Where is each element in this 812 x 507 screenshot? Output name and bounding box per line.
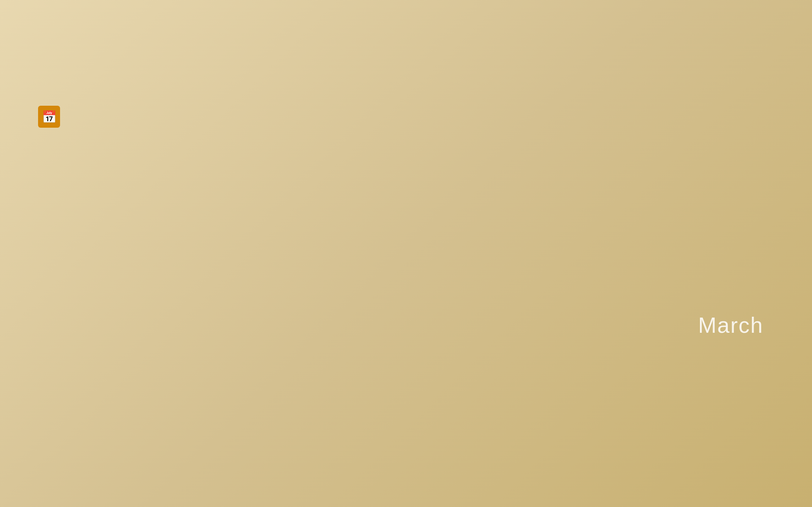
monthly-card-image: March — [667, 300, 795, 351]
page-icon: 📅 — [38, 106, 60, 128]
monthly-planner-section: Monthly Planner ⊞ This Month ▾ March — [667, 272, 795, 351]
month-display: March — [698, 312, 763, 338]
right-panel: Yearly Planner ⊞ This Year ▾ NOTEBOOK 20… — [660, 128, 812, 391]
main-layout: Planning Navigation 📅 Daily Planner 📅 We… — [0, 128, 812, 408]
calendar-icon: 📅 — [42, 110, 57, 124]
monthly-card[interactable]: March — [667, 300, 795, 351]
